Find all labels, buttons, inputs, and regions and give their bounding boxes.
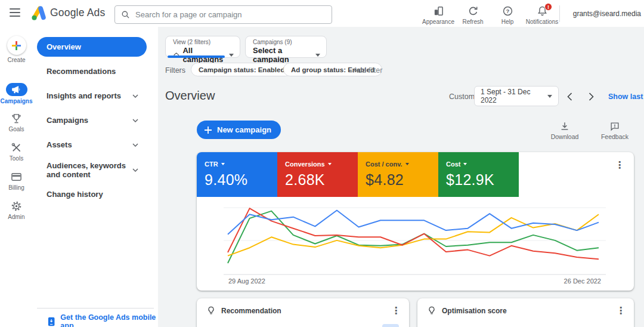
rail-tools-label: Tools	[10, 155, 23, 162]
sidebar-item-campaigns[interactable]: Campaigns	[37, 110, 147, 130]
new-campaign-label: New campaign	[217, 125, 271, 134]
sidebar-assets-label: Assets	[47, 140, 132, 149]
scorecard-ctr-value: 9.40%	[205, 171, 277, 189]
chevron-right-icon	[589, 92, 594, 101]
chevron-down-icon	[132, 94, 138, 98]
campaign-selector-value: Select a campaign	[253, 46, 315, 64]
line-chart-svg	[197, 197, 634, 277]
scorecard-ctr-metric: CTR	[205, 161, 218, 168]
add-filter-button[interactable]: Add filter	[353, 66, 382, 75]
top-bar: Google Ads Appearance Refre	[0, 0, 644, 27]
feedback-button[interactable]: Feedback	[597, 121, 633, 140]
rail-item-billing[interactable]: Billing	[0, 171, 33, 191]
rail-admin-label: Admin	[8, 214, 24, 220]
download-icon	[559, 121, 570, 132]
product-name: Google Ads	[50, 7, 105, 19]
sidebar-item-change-history[interactable]: Change history	[37, 184, 147, 204]
show-last-30-link[interactable]: Show last 30	[608, 92, 644, 101]
sidebar-insights-label: Insights and reports	[47, 91, 132, 100]
chevron-down-icon	[132, 143, 138, 147]
view-selector-value: All campaigns	[182, 46, 229, 64]
appearance-icon	[433, 5, 444, 17]
recommendation-card-menu-button[interactable]: ⋮	[391, 306, 401, 316]
scorecard-cost-value: $12.9K	[446, 171, 519, 189]
topbar-divider	[559, 5, 560, 22]
sidebar-overview-label: Overview	[47, 42, 138, 51]
caret-down-icon	[221, 163, 225, 165]
caret-down-icon	[463, 163, 467, 165]
gear-icon	[11, 200, 22, 212]
campaign-selector-label: Campaigns (9)	[253, 39, 320, 45]
chevron-down-icon	[132, 119, 138, 122]
sidebar-audiences-label: Audiences, keywords and content	[47, 161, 132, 179]
filter-chip-campaign-status[interactable]: Campaign status: Enabled	[191, 63, 292, 76]
mobile-phone-icon	[48, 316, 55, 327]
scorecard-conversions-value: 2.68K	[285, 171, 358, 189]
google-ads-app: Google Ads Appearance Refre	[0, 0, 644, 327]
notifications-label: Notifications	[526, 18, 558, 25]
campaign-selector[interactable]: Campaigns (9) Select a campaign	[245, 36, 327, 58]
date-next-button[interactable]	[585, 91, 597, 103]
refresh-icon	[467, 5, 479, 17]
view-selector[interactable]: View (2 filters) All campaigns	[165, 36, 240, 58]
scorecard-cost-per-conv-metric: Cost / conv.	[366, 161, 402, 168]
rail-item-tools[interactable]: Tools	[0, 141, 33, 162]
sidebar-divider	[37, 308, 154, 309]
download-label: Download	[551, 133, 579, 140]
scorecard-cost[interactable]: Cost $12.9K	[438, 152, 519, 197]
feedback-label: Feedback	[601, 133, 628, 140]
lightbulb-icon	[206, 306, 216, 316]
optimisation-score-card-title: Optimisation score	[442, 307, 616, 315]
rail-item-create[interactable]: Create	[0, 36, 33, 63]
summary-card-menu-button[interactable]: ⋮	[615, 161, 624, 170]
appearance-button[interactable]: Appearance	[421, 3, 456, 25]
new-campaign-button[interactable]: New campaign	[197, 121, 281, 139]
main-content: View (2 filters) All campaigns Campaigns…	[158, 27, 644, 327]
overview-summary-card: CTR 9.40% Conversions 2.68K Cost / conv.…	[197, 152, 634, 291]
caret-down-icon	[547, 95, 552, 98]
rail-item-campaigns[interactable]: Campaigns	[0, 83, 33, 104]
sidebar-item-recommendations[interactable]: Recommendations	[37, 61, 147, 81]
tools-icon	[11, 142, 22, 153]
search-input[interactable]	[135, 10, 326, 19]
help-button[interactable]: ? Help	[490, 3, 525, 25]
sidebar-change-history-label: Change history	[47, 190, 138, 199]
sidebar-item-audiences-keywords-content[interactable]: Audiences, keywords and content	[37, 156, 147, 184]
left-icon-rail: Create Campaigns Goals	[0, 27, 33, 327]
sidebar-recommendations-label: Recommendations	[47, 67, 138, 76]
refresh-button[interactable]: Refresh	[456, 3, 490, 25]
notifications-button[interactable]: ! Notifications	[525, 3, 559, 25]
plus-icon	[204, 126, 212, 134]
sidebar-item-insights-and-reports[interactable]: Insights and reports	[37, 86, 147, 106]
account-email[interactable]: grants@iseard.media	[573, 10, 641, 18]
date-range-value: 1 Sept - 31 Dec 2022	[481, 88, 547, 104]
recommendation-partial-content	[382, 324, 399, 327]
global-search[interactable]	[114, 5, 332, 24]
feedback-icon	[609, 121, 620, 132]
rail-campaigns-label: Campaigns	[1, 98, 33, 104]
sidebar-item-assets[interactable]: Assets	[37, 135, 147, 155]
scorecard-cost-metric: Cost	[446, 161, 460, 168]
date-range-picker[interactable]: 1 Sept - 31 Dec 2022	[474, 86, 559, 106]
series-conversions-line	[228, 208, 599, 259]
download-button[interactable]: Download	[547, 121, 583, 140]
svg-text:?: ?	[506, 8, 509, 14]
hamburger-menu-icon[interactable]	[10, 8, 20, 18]
mobile-app-link-label: Get the Google Ads mobile app	[60, 313, 158, 327]
optimisation-score-card-menu-button[interactable]: ⋮	[616, 306, 626, 316]
caret-down-icon	[315, 54, 320, 57]
scorecard-conversions[interactable]: Conversions 2.68K	[277, 152, 358, 197]
mobile-app-link[interactable]: Get the Google Ads mobile app	[48, 313, 158, 327]
caret-down-icon	[328, 163, 332, 165]
recommendation-card: Recommendation ⋮	[197, 298, 409, 327]
rail-item-goals[interactable]: Goals	[0, 112, 33, 132]
topbar-actions: Appearance Refresh ? Help	[421, 3, 559, 25]
x-axis-start-label: 29 Aug 2022	[228, 277, 265, 285]
sidebar-item-overview[interactable]: Overview	[37, 37, 147, 57]
view-selector-active-underline	[168, 55, 225, 58]
trophy-icon	[11, 113, 22, 124]
scorecard-ctr[interactable]: CTR 9.40%	[197, 152, 277, 197]
date-prev-button[interactable]	[564, 91, 575, 103]
rail-item-admin[interactable]: Admin	[0, 200, 33, 220]
scorecard-cost-per-conv[interactable]: Cost / conv. $4.82	[358, 152, 438, 197]
